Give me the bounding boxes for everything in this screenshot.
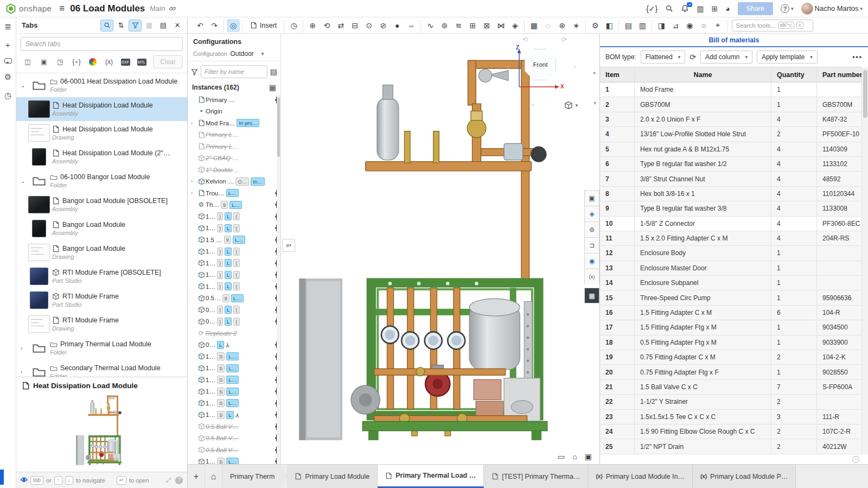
instance-row[interactable]: 1…SL… (188, 363, 280, 375)
close-panel-icon[interactable]: ✕ (171, 20, 184, 31)
insert-button[interactable]: Insert (246, 21, 281, 30)
config-badge[interactable]: ( (233, 224, 239, 232)
config-badge[interactable]: 9 (222, 294, 229, 302)
revolute-mate-icon[interactable]: ⟲ (320, 19, 333, 32)
bom-row[interactable]: 241.5 90 Fitting Elbow Close Rough C x C… (600, 424, 861, 439)
expand-preview-icon[interactable]: ⤢ (166, 477, 171, 484)
integrations-icon[interactable]: ⚙ (4, 72, 11, 82)
search-icon[interactable] (665, 4, 673, 12)
configurations-icon[interactable]: ⚙ (589, 19, 602, 32)
instance-row[interactable]: 1…)L( (188, 223, 280, 235)
config-badge[interactable]: ( (233, 248, 239, 256)
config-badge[interactable]: ) (217, 259, 223, 267)
rotate-right-icon[interactable]: › (573, 63, 576, 71)
document-tab[interactable]: Primary Load Module (287, 465, 378, 488)
features-panel-icon[interactable]: ⊐ (584, 237, 599, 253)
bom-row[interactable]: 6Type B regular flat washer 1/241133102 (600, 157, 861, 172)
document-tab[interactable]: Primary Thermal Load … (378, 465, 484, 488)
config-badge[interactable]: S (217, 388, 225, 396)
instance-row[interactable]: 1.5 …9L… (188, 234, 280, 246)
slider-mate-icon[interactable]: ⇄ (334, 19, 347, 32)
rotate-down-icon[interactable]: ⌄ (530, 100, 535, 107)
cylindrical-mate-icon[interactable]: ⊙ (362, 19, 375, 32)
config-badge[interactable]: L (225, 282, 232, 290)
redo-icon[interactable]: ↷ (208, 19, 221, 32)
bom-row[interactable]: 13Enclosure Master Door1 (600, 261, 861, 276)
config-badge[interactable]: 9 (221, 201, 228, 209)
bom-row[interactable]: 9Type B regular flat washer 3/841133008 (600, 201, 861, 216)
instance-row[interactable]: 0.5 Ball V… (188, 444, 280, 456)
instance-row[interactable]: Primary … (188, 94, 280, 106)
config-badge[interactable]: L… (226, 458, 239, 464)
app-store-icon[interactable]: ⊞ (711, 4, 718, 13)
user-menu[interactable]: Nacho Martos ▾ (801, 3, 863, 15)
circular-pattern-icon[interactable]: ◌ (541, 19, 554, 32)
tree-folder-row[interactable]: ⌄06-1000 Bangor Load ModuleFolder (16, 169, 187, 193)
bom-row[interactable]: 200.75 Fitting Adapter Ftg x F19028550 (600, 365, 861, 379)
tree-tab-row[interactable]: Bangor Load ModuleDrawing (16, 240, 187, 264)
config-badge[interactable]: L… (226, 364, 239, 372)
group-icon[interactable]: ⊞ (466, 19, 479, 32)
mates-panel-icon[interactable]: ⊚ (584, 221, 599, 237)
measure-icon[interactable]: ⊿ (669, 19, 682, 32)
add-column-select[interactable]: Add column▾ (700, 50, 752, 64)
instance-row[interactable]: 0…)L( (188, 304, 280, 316)
config-badge[interactable]: ( (233, 271, 239, 279)
preview-eye-icon[interactable]: 👁 (21, 476, 28, 484)
clear-filters-button[interactable]: Clear (153, 55, 183, 68)
appearance-panel-icon[interactable]: ◉ (584, 253, 599, 269)
instance-row[interactable]: 1…SL… (188, 351, 280, 363)
config-badge[interactable]: L (226, 411, 233, 419)
configuration-select[interactable]: Outdoor▾ (230, 50, 264, 58)
filter-icon[interactable] (191, 68, 198, 75)
config-badge[interactable]: L (225, 212, 232, 220)
instance-row[interactable]: 1…SL… (188, 386, 280, 398)
config-badge[interactable]: L… (226, 352, 239, 360)
config-badge[interactable]: ( (233, 318, 239, 326)
instance-row[interactable]: ⚙Th…9L… (188, 199, 280, 211)
tree-tab-row[interactable]: Heat Dissipation Load Module (2"…Assembl… (16, 145, 187, 169)
bom-column-header[interactable]: Quantity (771, 67, 817, 82)
render-mode-icon[interactable]: ▭ (558, 452, 565, 461)
comments-icon[interactable] (4, 58, 12, 64)
search-tabs-input[interactable] (21, 37, 183, 51)
release-tasks-icon[interactable]: ▥ (697, 4, 704, 13)
document-tab[interactable]: Primary Therm (222, 465, 287, 488)
config-badge[interactable]: ) (217, 318, 223, 326)
bom-row[interactable]: 5Hex nut grade A & B M12x1.7541140309 (600, 142, 861, 157)
explode-view-icon[interactable]: ∗ (570, 19, 583, 32)
document-tab[interactable]: [TEST] Primary Therma… (484, 465, 588, 488)
ball-mate-icon[interactable]: ● (391, 19, 404, 32)
config-badge[interactable]: ) (217, 306, 223, 314)
config-badge[interactable]: L… (226, 189, 239, 197)
document-tab[interactable]: (x)Primary Load Module In… (588, 465, 692, 488)
list-view-icon[interactable]: ▤ (157, 20, 170, 31)
config-badge[interactable]: 9 (224, 236, 231, 244)
filter-material-icon[interactable]: MTL (135, 55, 149, 68)
config-badge[interactable]: ) (217, 282, 223, 290)
config-badge[interactable]: S (217, 376, 225, 384)
bom-column-header[interactable]: Item (600, 67, 635, 82)
view-options-cube[interactable]: ▾ (564, 101, 578, 110)
view-cube-face[interactable]: Front (525, 49, 556, 80)
display-settings-icon[interactable]: ▣ (585, 452, 592, 461)
filter-icon[interactable] (129, 20, 142, 31)
planar-mate-icon[interactable]: ⊟ (348, 19, 361, 32)
bom-row[interactable]: 12Enclosure Body1 (600, 246, 861, 261)
mate-connector-icon[interactable]: ⋈ (494, 19, 507, 32)
search-tools-input[interactable]: Search tools...alt/⌥c (732, 20, 813, 31)
filter-appearance-icon[interactable] (86, 55, 100, 68)
section-view-icon[interactable]: ◨ (655, 19, 668, 32)
notifications-bell-icon[interactable]: + (681, 4, 689, 12)
bom-sync-icon[interactable]: ⟳ (690, 53, 696, 61)
tree-tab-row[interactable]: RTI Module FrameDrawing (16, 312, 187, 336)
instance-row[interactable]: ›Trou…L… (188, 187, 280, 199)
bom-column-header[interactable]: Name (635, 67, 771, 82)
bom-row[interactable]: 180.5 Fitting Adapter Ftg x M19033900 (600, 335, 861, 350)
tree-folder-row[interactable]: ›Secondary Thermal Load ModuleFolder (16, 360, 187, 377)
config-badge[interactable]: L (225, 259, 232, 267)
instance-row[interactable]: 1…SL… (188, 397, 280, 409)
screw-relation-icon[interactable]: ≋ (452, 19, 465, 32)
bom-row[interactable]: 251/2" NPT Drain240212W (600, 439, 861, 454)
config-badge[interactable]: S (217, 411, 225, 419)
